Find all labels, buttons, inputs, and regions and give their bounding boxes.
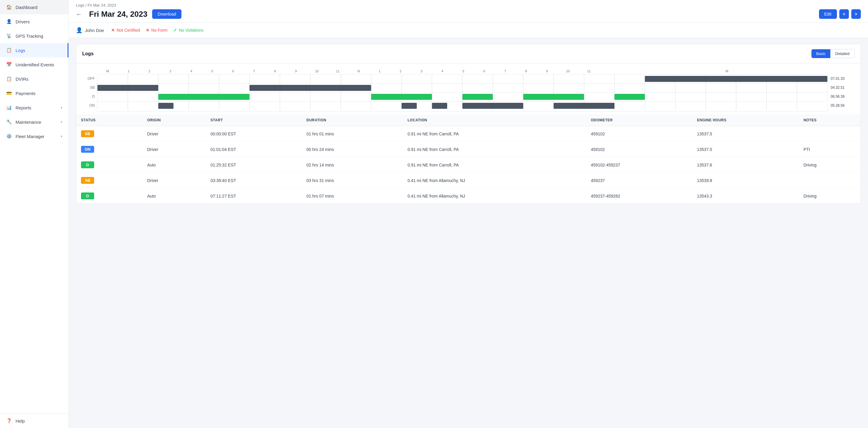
time-tick: 1 (118, 69, 139, 73)
col-duration: DURATION (302, 115, 403, 126)
col-start: START (206, 115, 302, 126)
badge-icon: ✓ (173, 28, 177, 33)
cell-start: 00:00:00 EST (206, 126, 302, 142)
col-notes: NOTES (799, 115, 861, 126)
cell-location: 0.91 mi NE from Carroll, PA (403, 157, 586, 173)
sidebar-item-dvirs[interactable]: 📋 DVIRs (0, 72, 68, 86)
svg-rect-28 (250, 85, 371, 91)
time-tick: 9 (536, 69, 557, 73)
time-tick: M (599, 69, 855, 73)
dvirs-icon: 📋 (6, 76, 12, 82)
svg-rect-35 (402, 103, 417, 109)
cell-duration: 02 hrs 14 mins (302, 157, 403, 173)
status-badge-certified: ✕ Not Certified (111, 28, 140, 33)
maintenance-icon: 🔧 (6, 119, 12, 125)
basic-view-button[interactable]: Basic (811, 49, 831, 58)
cell-odometer: 459102-459237 (586, 157, 692, 173)
row-label-on: ON (82, 101, 97, 110)
next-button[interactable]: > (851, 9, 861, 19)
sidebar-item-logs[interactable]: 📋 Logs (0, 43, 68, 57)
sidebar-item-label: DVIRs (16, 77, 28, 82)
edit-button[interactable]: Edit (819, 9, 837, 19)
cell-start: 03:39:40 EST (206, 173, 302, 188)
download-button[interactable]: Download (152, 9, 181, 19)
cell-origin: Auto (142, 157, 206, 173)
sidebar-item-maintenance[interactable]: 🔧 Maintenance ▾ (0, 115, 68, 129)
header: Logs / Fri Mar 24, 2023 ← Fri Mar 24, 20… (69, 0, 868, 23)
time-tick: 3 (160, 69, 181, 73)
sidebar-item-dashboard[interactable]: 🏠 Dashboard (0, 0, 68, 14)
cell-engine-hours: 13539.8 (692, 173, 799, 188)
logs-card-title: Logs (82, 51, 94, 57)
cell-odometer: 459102 (586, 126, 692, 142)
svg-rect-31 (462, 94, 493, 100)
cell-engine-hours: 13537.5 (692, 126, 799, 142)
sidebar-item-reports[interactable]: 📊 Reports ▾ (0, 100, 68, 115)
row-label-off: OFF (82, 74, 97, 83)
col-origin: ORIGIN (142, 115, 206, 126)
duration-on: 05.28.56 (831, 101, 855, 110)
svg-rect-27 (97, 85, 158, 91)
sidebar-item-help[interactable]: ❓ Help (0, 414, 68, 428)
col-location: LOCATION (403, 115, 586, 126)
sidebar-item-unidentified-events[interactable]: 📅 Unidentified Events (0, 57, 68, 72)
status-pill: ON (81, 146, 94, 153)
time-tick: 7 (244, 69, 265, 73)
table-row: SB Driver 03:39:40 EST 03 hrs 31 mins 0.… (76, 173, 861, 188)
status-pill: D (81, 161, 94, 168)
detailed-view-button[interactable]: Detailed (830, 49, 854, 58)
payments-icon: 💳 (6, 90, 12, 96)
status-bar: 👤 John Doe ✕ Not Certified ✕ No Form ✓ N… (69, 23, 868, 38)
time-tick: 5 (202, 69, 223, 73)
content-area: Logs Basic Detailed M 1 2 3 4 5 6 7 (69, 38, 868, 428)
cell-status: D (76, 188, 142, 204)
cell-start: 01:01:04 EST (206, 142, 302, 157)
main-content: Logs / Fri Mar 24, 2023 ← Fri Mar 24, 20… (69, 0, 868, 428)
svg-rect-29 (158, 94, 250, 100)
col-odometer: ODOMETER (586, 115, 692, 126)
gps-tracking-icon: 📡 (6, 33, 12, 39)
cell-status: ON (76, 142, 142, 157)
cell-engine-hours: 13537.6 (692, 157, 799, 173)
chevron-icon: ▾ (61, 134, 62, 139)
prev-button[interactable]: < (839, 9, 849, 19)
time-tick: 4 (181, 69, 202, 73)
cell-engine-hours: 13537.5 (692, 142, 799, 157)
time-tick: 4 (432, 69, 453, 73)
back-button[interactable]: ← (76, 11, 84, 18)
cell-notes (799, 173, 861, 188)
sidebar-item-label: Logs (16, 48, 25, 53)
cell-location: 0.91 mi NE from Carroll, PA (403, 126, 586, 142)
view-toggle[interactable]: Basic Detailed (811, 49, 855, 58)
logs-card: Logs Basic Detailed M 1 2 3 4 5 6 7 (76, 44, 861, 204)
time-tick: 3 (411, 69, 432, 73)
sidebar-item-label: Dashboard (16, 5, 37, 10)
col-status: STATUS (76, 115, 142, 126)
sidebar: 🏠 Dashboard 👤 Drivers 📡 GPS Tracking 📋 L… (0, 0, 69, 428)
time-tick: 6 (223, 69, 244, 73)
sidebar-item-fleet-manager[interactable]: ⚙️ Fleet Manager ▾ (0, 129, 68, 144)
cell-odometer: 459237 (586, 173, 692, 188)
status-pill: D (81, 192, 94, 200)
sidebar-item-payments[interactable]: 💳 Payments (0, 86, 68, 100)
time-tick: 2 (390, 69, 411, 73)
cell-origin: Driver (142, 142, 206, 157)
cell-location: 0.91 mi NE from Carroll, PA (403, 142, 586, 157)
time-tick: 6 (474, 69, 495, 73)
chart-area: M 1 2 3 4 5 6 7 8 9 10 11 N 1 2 3 4 (76, 63, 861, 115)
logs-icon: 📋 (6, 47, 12, 53)
reports-icon: 📊 (6, 104, 12, 111)
sidebar-item-label: Payments (16, 91, 36, 96)
sidebar-item-gps-tracking[interactable]: 📡 GPS Tracking (0, 29, 68, 43)
cell-location: 0.41 mi NE from Allamuchy, NJ (403, 173, 586, 188)
sidebar-item-drivers[interactable]: 👤 Drivers (0, 14, 68, 29)
sidebar-item-label: Maintenance (16, 120, 41, 125)
badge-icon: ✕ (111, 28, 115, 33)
status-badge-form: ✕ No Form (146, 28, 167, 33)
cell-status: SB (76, 173, 142, 188)
table-header-row: STATUS ORIGIN START DURATION LOCATION OD… (76, 115, 861, 126)
cell-duration: 01 hrs 01 mins (302, 126, 403, 142)
time-tick: 8 (516, 69, 536, 73)
time-tick: 10 (306, 69, 327, 73)
time-tick: 8 (265, 69, 285, 73)
